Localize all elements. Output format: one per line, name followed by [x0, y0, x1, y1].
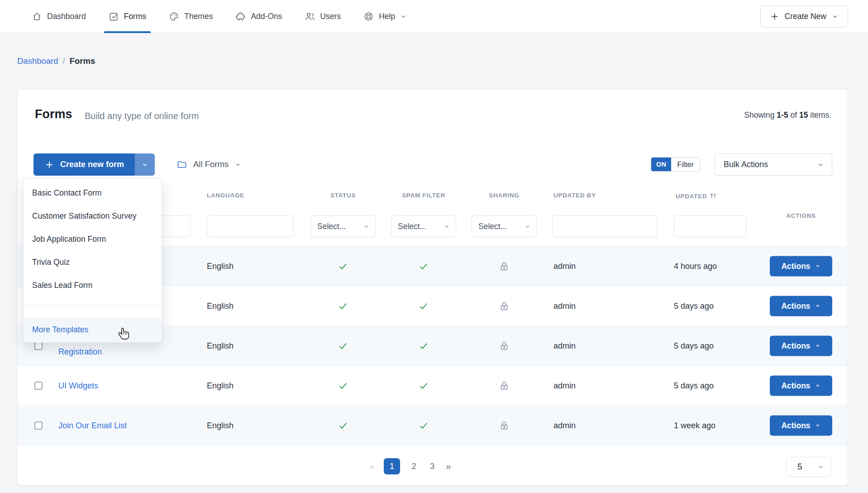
more-templates-link[interactable]: More Templates — [24, 317, 162, 342]
folder-icon — [176, 159, 187, 170]
pagination-page-2[interactable]: 2 — [409, 461, 419, 471]
row-checkbox[interactable] — [34, 382, 43, 390]
updated-filter-input[interactable] — [674, 215, 746, 237]
updated-by-value: admin — [553, 261, 576, 271]
chevron-down-icon — [815, 303, 821, 309]
per-page-select[interactable]: 5 — [786, 457, 831, 477]
chevron-down-icon — [524, 223, 531, 230]
palette-icon — [169, 11, 179, 22]
chevron-down-icon — [815, 422, 821, 429]
row-actions-button[interactable]: Actions — [770, 256, 832, 276]
column-header-updated[interactable]: UPDATED — [676, 192, 717, 200]
view-selector[interactable]: All Forms — [176, 159, 241, 170]
select-placeholder: Select... — [478, 222, 507, 231]
select-placeholder: Select... — [398, 222, 426, 231]
template-item-sales-lead-form[interactable]: Sales Lead Form — [24, 274, 162, 297]
create-form-label: Create new form — [60, 160, 124, 169]
pagination-page-3[interactable]: 3 — [428, 461, 437, 471]
chevron-down-icon — [363, 223, 370, 230]
column-header-spam-filter[interactable]: SPAM FILTER — [402, 192, 445, 199]
column-header-language[interactable]: LANGUAGE — [207, 192, 244, 199]
filter-toggle-state: ON — [651, 158, 671, 171]
status-check-icon — [338, 420, 349, 431]
spam-check-icon — [418, 340, 429, 351]
create-new-button[interactable]: Create New — [760, 5, 848, 28]
page-subtitle: Build any type of online form — [85, 111, 199, 121]
filter-toggle[interactable]: ON Filter — [651, 157, 700, 172]
nav-tab-help[interactable]: Help — [362, 0, 408, 33]
chevron-down-icon — [815, 263, 821, 269]
main-nav: Dashboard Forms Themes Add-Ons Users Hel… — [31, 0, 408, 33]
updated-by-filter-input[interactable] — [552, 215, 658, 237]
summary-total: 15 — [799, 110, 808, 120]
updated-label: UPDATED — [676, 193, 707, 200]
view-label: All Forms — [193, 159, 229, 169]
breadcrumb-dashboard-link[interactable]: Dashboard — [17, 56, 58, 66]
template-item-trivia-quiz[interactable]: Trivia Quiz — [24, 251, 162, 274]
sort-ascending-icon[interactable] — [710, 192, 717, 200]
chevron-down-icon — [816, 161, 825, 169]
pagination-first-button[interactable]: « — [370, 461, 375, 472]
nav-tab-forms[interactable]: Forms — [108, 0, 148, 33]
bulk-actions-label: Bulk Actions — [724, 160, 768, 169]
updated-by-value: admin — [553, 381, 576, 390]
updated-value: 4 hours ago — [674, 261, 717, 271]
row-checkbox[interactable] — [34, 342, 43, 350]
summary-suffix: items. — [810, 110, 831, 120]
nav-label: Themes — [184, 12, 213, 21]
pagination-last-button[interactable]: » — [446, 461, 451, 472]
nav-tab-users[interactable]: Users — [304, 0, 342, 33]
status-filter-select[interactable]: Select... — [310, 215, 376, 237]
actions-label: Actions — [781, 381, 810, 390]
column-header-updated-by[interactable]: UPDATED BY — [553, 192, 596, 199]
spam-check-icon — [418, 300, 429, 311]
actions-label: Actions — [781, 261, 810, 271]
language-filter-input[interactable] — [207, 215, 294, 237]
updated-value: 5 days ago — [674, 341, 714, 350]
spam-check-icon — [418, 420, 429, 431]
check-square-icon — [109, 11, 119, 22]
lock-icon — [498, 260, 510, 272]
breadcrumb-current: Forms — [70, 56, 95, 66]
row-actions-button[interactable]: Actions — [770, 335, 832, 356]
column-header-actions: ACTIONS — [786, 212, 816, 219]
items-summary: Showing 1-5 of 15 items. — [744, 110, 831, 120]
template-item-basic-contact-form[interactable]: Basic Contact Form — [24, 182, 162, 205]
menu-divider — [24, 306, 162, 306]
language-value: English — [207, 341, 234, 350]
bulk-actions-select[interactable]: Bulk Actions — [715, 153, 832, 176]
per-page-value: 5 — [797, 462, 802, 472]
nav-tab-addons[interactable]: Add-Ons — [234, 0, 283, 33]
nav-tab-dashboard[interactable]: Dashboard — [31, 0, 87, 33]
form-name-link[interactable]: Registration — [58, 347, 102, 357]
column-header-sharing[interactable]: SHARING — [489, 192, 519, 199]
nav-tab-themes[interactable]: Themes — [168, 0, 214, 33]
pagination-page-1[interactable]: 1 — [384, 458, 400, 474]
page-title: Forms — [35, 107, 72, 121]
chevron-down-icon — [817, 463, 825, 471]
chevron-down-icon — [444, 223, 450, 230]
chevron-down-icon — [832, 13, 839, 20]
spam-filter-select[interactable]: Select... — [391, 215, 456, 237]
language-value: English — [207, 261, 234, 271]
table-footer: « 1 2 3 » 5 — [18, 445, 848, 486]
row-actions-button[interactable]: Actions — [770, 296, 832, 316]
row-checkbox[interactable] — [34, 421, 43, 430]
create-form-button[interactable]: Create new form — [33, 153, 135, 176]
language-value: English — [207, 381, 234, 390]
nav-label: Dashboard — [47, 12, 86, 21]
nav-label: Help — [379, 12, 395, 21]
sharing-filter-select[interactable]: Select... — [472, 215, 537, 237]
template-item-job-application-form[interactable]: Job Application Form — [24, 228, 162, 251]
updated-by-value: admin — [553, 341, 576, 350]
create-form-dropdown-toggle[interactable] — [135, 153, 155, 176]
form-name-link[interactable]: UI Widgets — [58, 381, 98, 390]
summary-prefix: Showing — [744, 110, 774, 120]
form-name-link[interactable]: Join Our Email List — [58, 421, 127, 430]
row-actions-button[interactable]: Actions — [770, 375, 832, 396]
lock-icon — [498, 420, 510, 431]
template-item-customer-satisfaction-survey[interactable]: Customer Satisfaction Survey — [24, 205, 162, 228]
nav-label: Users — [320, 12, 341, 21]
column-header-status[interactable]: STATUS — [330, 192, 356, 199]
row-actions-button[interactable]: Actions — [770, 415, 832, 436]
